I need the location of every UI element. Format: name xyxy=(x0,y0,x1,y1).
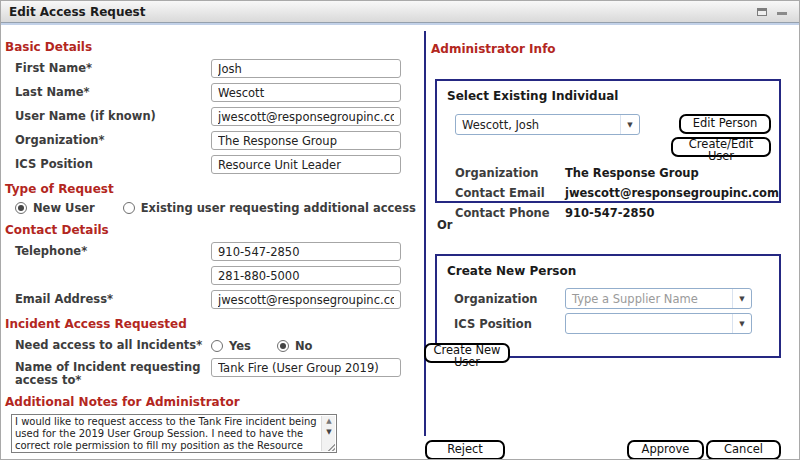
basic-details-heading: Basic Details xyxy=(5,40,424,54)
notes-textarea[interactable]: I would like to request access to the Ta… xyxy=(11,414,337,453)
all-incidents-yes-label: Yes xyxy=(229,339,251,353)
create-new-person-title: Create New Person xyxy=(447,264,779,278)
chevron-down-icon: ▼ xyxy=(732,314,751,333)
first-name-label: First Name* xyxy=(15,59,211,75)
organization-input[interactable] xyxy=(211,131,401,150)
incident-access-heading: Incident Access Requested xyxy=(5,317,424,331)
existing-user-radio[interactable] xyxy=(123,202,135,214)
scroll-up-icon[interactable]: ▲ xyxy=(322,416,336,427)
existing-individual-dropdown[interactable]: Wescott, Josh ▼ xyxy=(455,114,640,135)
telephone-row: Telephone* xyxy=(15,242,424,261)
email-input[interactable] xyxy=(211,290,401,309)
new-organization-dropdown[interactable]: Type a Supplier Name ▼ xyxy=(565,288,752,309)
existing-organization-value: The Response Group xyxy=(565,166,699,180)
new-organization-row: Organization Type a Supplier Name ▼ xyxy=(454,288,779,309)
first-name-row: First Name* xyxy=(15,59,424,78)
cancel-button[interactable]: Cancel xyxy=(706,440,781,460)
type-of-request-options: New User Existing user requesting additi… xyxy=(15,201,424,215)
ics-position-input[interactable] xyxy=(211,155,401,174)
existing-organization-row: Organization The Response Group xyxy=(455,166,779,180)
create-edit-user-button[interactable]: Create/Edit User xyxy=(671,137,771,157)
contact-email-label: Contact Email xyxy=(455,186,565,200)
new-user-label: New User xyxy=(33,201,95,215)
incident-name-input[interactable] xyxy=(211,358,401,377)
existing-individual-value: Wescott, Josh xyxy=(462,118,539,132)
titlebar: Edit Access Request xyxy=(1,1,799,23)
new-organization-placeholder: Type a Supplier Name xyxy=(572,292,698,306)
contact-phone-value: 910-547-2850 xyxy=(565,206,655,220)
or-label: Or xyxy=(437,218,452,232)
user-name-label: User Name (if known) xyxy=(15,107,211,123)
new-ics-position-dropdown[interactable]: ▼ xyxy=(565,313,752,334)
reject-button[interactable]: Reject xyxy=(425,440,505,460)
restore-window-icon[interactable] xyxy=(757,8,767,16)
contact-email-value: jwescott@responsegroupinc.com xyxy=(565,186,779,200)
email-row: Email Address* xyxy=(15,290,424,309)
chevron-down-icon: ▼ xyxy=(620,115,639,134)
edit-access-request-dialog: Edit Access Request Basic Details First … xyxy=(0,0,800,460)
telephone-secondary-row xyxy=(15,266,424,285)
organization-label: Organization* xyxy=(15,131,211,147)
all-incidents-row: Need access to all Incidents* Yes No xyxy=(15,336,424,353)
new-user-radio[interactable] xyxy=(15,202,27,214)
telephone-secondary-label xyxy=(15,266,211,269)
ics-position-row: ICS Position xyxy=(15,155,424,174)
telephone-label: Telephone* xyxy=(15,242,211,258)
all-incidents-yes-radio[interactable] xyxy=(211,340,223,352)
all-incidents-no-label: No xyxy=(295,339,313,353)
contact-phone-row: Contact Phone 910-547-2850 xyxy=(455,206,779,220)
all-incidents-no-radio[interactable] xyxy=(277,340,289,352)
incident-name-label: Name of Incident requesting access to* xyxy=(15,358,211,387)
user-name-row: User Name (if known) xyxy=(15,107,424,126)
create-new-person-panel: Create New Person Organization Type a Su… xyxy=(435,254,781,358)
all-incidents-options: Yes No xyxy=(211,339,312,353)
email-label: Email Address* xyxy=(15,290,211,306)
scroll-down-icon[interactable]: ▼ xyxy=(322,427,336,438)
incident-name-row: Name of Incident requesting access to* xyxy=(15,358,424,387)
ics-position-label: ICS Position xyxy=(15,155,211,171)
administrator-info-heading: Administrator Info xyxy=(431,42,800,56)
contact-phone-label: Contact Phone xyxy=(455,206,565,220)
existing-organization-label: Organization xyxy=(455,166,565,180)
telephone-primary-input[interactable] xyxy=(211,242,401,261)
last-name-label: Last Name* xyxy=(15,83,211,99)
notes-text: I would like to request access to the Ta… xyxy=(15,416,319,451)
request-form-column: Basic Details First Name* Last Name* Use… xyxy=(1,28,424,453)
administrator-column: Administrator Info Select Existing Indiv… xyxy=(426,28,800,436)
edit-person-button[interactable]: Edit Person xyxy=(679,114,771,134)
select-existing-title: Select Existing Individual xyxy=(447,89,779,103)
notes-heading: Additional Notes for Administrator xyxy=(5,395,424,409)
user-name-input[interactable] xyxy=(211,107,401,126)
contact-details-heading: Contact Details xyxy=(5,223,424,237)
new-ics-position-label: ICS Position xyxy=(454,317,565,331)
last-name-row: Last Name* xyxy=(15,83,424,102)
minimize-icon[interactable] xyxy=(777,12,787,15)
organization-row: Organization* xyxy=(15,131,424,150)
first-name-input[interactable] xyxy=(211,59,401,78)
approve-button[interactable]: Approve xyxy=(627,440,704,460)
chevron-down-icon: ▼ xyxy=(732,289,751,308)
new-ics-position-row: ICS Position ▼ xyxy=(454,313,779,334)
last-name-input[interactable] xyxy=(211,83,401,102)
window-buttons xyxy=(757,1,787,23)
new-organization-label: Organization xyxy=(454,292,565,306)
titlebar-accent-line xyxy=(1,23,799,25)
create-new-user-button[interactable]: Create New User xyxy=(424,343,510,363)
all-incidents-label: Need access to all Incidents* xyxy=(15,336,211,352)
select-existing-individual-panel: Select Existing Individual Wescott, Josh… xyxy=(435,79,781,203)
type-of-request-heading: Type of Request xyxy=(5,182,424,196)
contact-email-row: Contact Email jwescott@responsegroupinc.… xyxy=(455,186,779,200)
telephone-secondary-input[interactable] xyxy=(211,266,401,285)
existing-user-label: Existing user requesting additional acce… xyxy=(141,201,416,215)
dialog-title: Edit Access Request xyxy=(9,5,145,19)
